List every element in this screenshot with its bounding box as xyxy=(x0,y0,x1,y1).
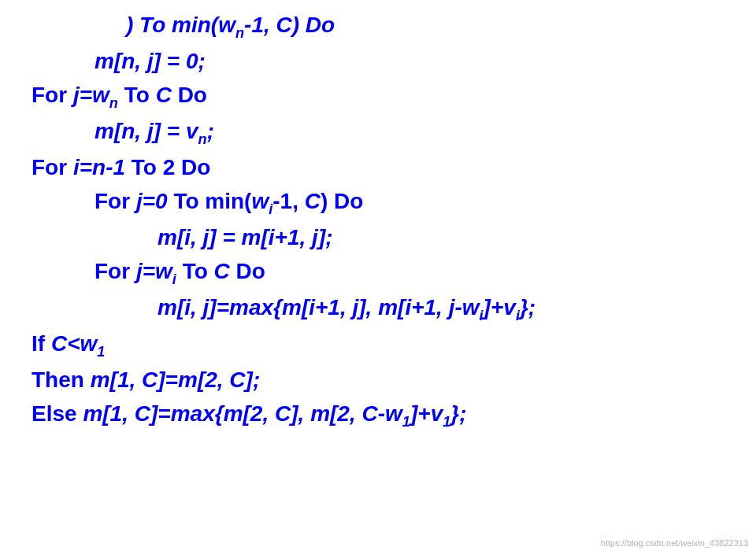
code-line-7: m[i, j] = m[i+1, j]; xyxy=(32,220,724,254)
code-line-10: If C<w1 xyxy=(32,327,724,363)
code-line-12: Else m[1, C]=max{m[2, C], m[2, C-w1]+v1}… xyxy=(32,397,724,433)
watermark: https://blog.csdn.net/weixin_43822313 xyxy=(601,538,748,548)
code-line-8: For j=wi To C Do xyxy=(32,254,724,290)
code-line-3: For j=wn To C Do xyxy=(32,78,724,114)
code-line-6: For j=0 To min(wi-1, C) Do xyxy=(32,184,724,220)
code-line-2: m[n, j] = 0; xyxy=(32,44,724,78)
code-line-1: ) To min(wn-1, C) Do xyxy=(32,8,724,44)
code-line-4: m[n, j] = vn; xyxy=(32,114,724,150)
code-line-5: For i=n-1 To 2 Do xyxy=(32,150,724,184)
code-block: ) To min(wn-1, C) Do m[n, j] = 0; For j=… xyxy=(0,0,756,449)
code-line-9: m[i, j]=max{m[i+1, j], m[i+1, j-wi]+vi}; xyxy=(32,290,724,327)
code-line-11: Then m[1, C]=m[2, C]; xyxy=(32,363,724,397)
